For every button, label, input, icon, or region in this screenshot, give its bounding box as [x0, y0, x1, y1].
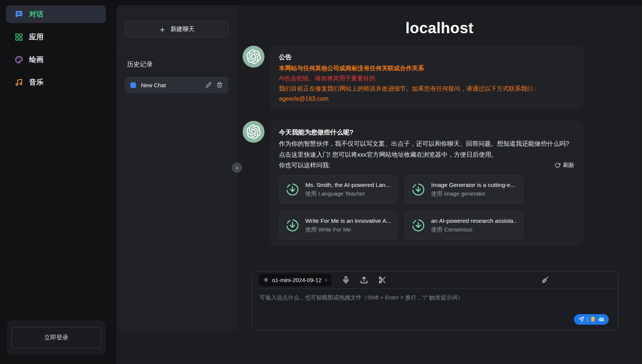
chat-color-swatch [130, 82, 136, 88]
suggestion-subtitle: 使用 Write For Me [305, 226, 391, 233]
edit-icon[interactable] [206, 82, 212, 88]
sidebar-item-apps[interactable]: 应用 [6, 28, 106, 46]
history-panel: ＋ 新建聊天 历史记录 New Chat [116, 5, 237, 331]
download-circle-icon [285, 182, 300, 197]
announcement-bubble: 公告 本网站与任何其他公司或商标没有任何关联或合作关系 AI也会犯错。请勿将其用… [270, 46, 583, 111]
refresh-icon [555, 162, 560, 168]
chevron-left-icon: ‹ [236, 164, 238, 171]
suggestion-title: Write For Me is an innovative A... [305, 217, 391, 224]
download-circle-icon [285, 218, 300, 233]
history-section-title: 历史记录 [127, 60, 226, 69]
welcome-body: 作为你的智慧伙伴，我不仅可以写文案、出点子，还可以和你聊天、回答问题。想知道我还… [279, 138, 574, 160]
sidebar-item-drawing[interactable]: 绘画 [6, 51, 106, 68]
palette-icon [14, 55, 23, 64]
new-chat-label: 新建聊天 [170, 25, 195, 33]
sparkle-icon [263, 277, 269, 282]
sidebar-item-label: 对话 [29, 9, 43, 19]
login-button[interactable]: 立即登录 [11, 327, 101, 348]
sidebar-item-chat[interactable]: 对话 [6, 5, 106, 23]
download-circle-icon [411, 182, 425, 197]
message-input-area [252, 289, 618, 321]
sidebar-item-label: 绘画 [29, 55, 43, 65]
page-title: localhost [237, 20, 642, 37]
chat-area: localhost 公告 本网站与任何其他公司或商标没有任何关联或合作关系 AI… [237, 5, 642, 364]
suggestion-title: an AI-powered research assista... [431, 217, 517, 224]
sidebar-item-label: 音乐 [29, 77, 43, 87]
collapse-sidebar-button[interactable]: ‹ [232, 163, 242, 173]
refresh-suggestions-button[interactable]: 刷新 [555, 162, 574, 169]
apps-icon [14, 32, 23, 42]
assistant-message-announcement: 公告 本网站与任何其他公司或商标没有任何关联或合作关系 AI也会犯错。请勿将其用… [243, 46, 642, 111]
scissors-icon[interactable] [378, 276, 386, 284]
welcome-bubble: 今天我能为您做些什么呢? 作为你的智慧伙伴，我不仅可以写文案、出点子，还可以和你… [270, 121, 583, 246]
announcement-heading: 公告 [279, 52, 574, 63]
history-item-new-chat[interactable]: New Chat [125, 77, 228, 93]
welcome-heading: 今天我能为您做些什么呢? [279, 127, 574, 138]
token-coin-icon [591, 316, 595, 322]
suggestion-subtitle: 使用 Language Teacher [305, 190, 390, 197]
delete-icon[interactable] [217, 82, 223, 88]
suggestion-subtitle: 使用 image generator [431, 190, 515, 197]
chat-icon [14, 10, 23, 19]
model-name: o1-mini-2024-09-12 [272, 277, 322, 283]
login-card: 立即登录 [7, 320, 106, 355]
suggestion-card[interactable]: Write For Me is an innovative A... 使用 Wr… [279, 211, 398, 240]
suggestion-card[interactable]: Ms. Smith, the AI-powered Lan... 使用 Lang… [279, 175, 398, 204]
contact-email-link[interactable]: ageerle@163.com [279, 96, 328, 102]
sidebar-item-label: 应用 [29, 32, 43, 42]
assistant-avatar [243, 121, 265, 143]
music-icon [14, 78, 23, 87]
app-sidebar: 对话 应用 绘画 [0, 0, 112, 364]
chevron-right-icon: › [325, 276, 327, 284]
refresh-label: 刷新 [563, 162, 574, 169]
suggestion-title: Ms. Smith, the AI-powered Lan... [305, 182, 390, 188]
openai-logo-icon [246, 125, 261, 139]
composer-toolbar: o1-mini-2024-09-12 › [252, 271, 618, 289]
composer: o1-mini-2024-09-12 › [252, 271, 619, 331]
upload-icon[interactable] [360, 276, 368, 284]
suggestion-grid: Ms. Smith, the AI-powered Lan... 使用 Lang… [279, 175, 574, 240]
token-count-badge: 4k [598, 316, 604, 322]
send-plane-icon [579, 316, 584, 322]
assistant-message-welcome: 今天我能为您做些什么呢? 作为你的智慧伙伴，我不仅可以写文案、出点子，还可以和你… [243, 121, 642, 246]
announcement-line: AI也会犯错。请勿将其用于重要目的 [279, 73, 574, 83]
send-button[interactable]: 4k [574, 314, 609, 325]
openai-logo-icon [246, 49, 261, 64]
suggestion-subtitle: 使用 Consensus [431, 226, 517, 233]
announcement-line: 我们目前正在修复我们网站上的错误并改进细节。如果您有任何疑问，请通过以下方式联系… [279, 83, 574, 94]
microphone-icon[interactable] [342, 276, 350, 284]
ask-me-label: 你也可以这样问我: [279, 161, 555, 170]
plus-icon: ＋ [158, 25, 166, 33]
new-chat-button[interactable]: ＋ 新建聊天 [125, 21, 228, 37]
send-divider [587, 317, 588, 322]
suggestion-card[interactable]: an AI-powered research assista... 使用 Con… [405, 211, 523, 240]
suggestion-title: Image Generator is a cutting-e... [431, 182, 515, 188]
assistant-avatar [243, 46, 265, 68]
download-circle-icon [411, 218, 425, 233]
history-divider [116, 52, 237, 52]
announcement-line: 本网站与任何其他公司或商标没有任何关联或合作关系 [279, 63, 574, 73]
main-panel: ＋ 新建聊天 历史记录 New Chat ‹ [116, 5, 642, 364]
sidebar-item-music[interactable]: 音乐 [6, 73, 106, 91]
suggestion-card[interactable]: Image Generator is a cutting-e... 使用 ima… [405, 175, 523, 204]
history-item-title: New Chat [141, 82, 201, 88]
message-input[interactable] [260, 294, 611, 319]
model-selector[interactable]: o1-mini-2024-09-12 › [259, 274, 332, 286]
clear-broom-icon[interactable] [541, 276, 549, 284]
